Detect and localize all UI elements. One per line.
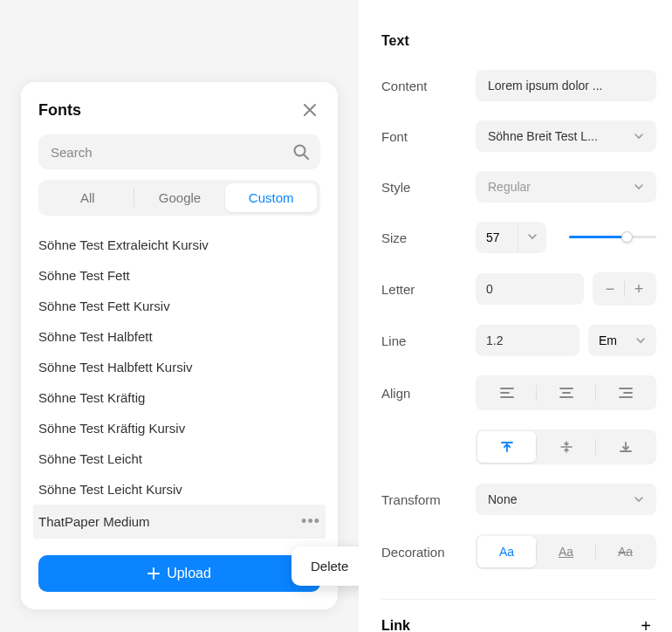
prop-valign bbox=[381, 429, 656, 464]
search-icon bbox=[292, 143, 310, 161]
font-item[interactable]: Söhne Test Kräftig Kursiv bbox=[33, 413, 326, 443]
font-item[interactable]: Söhne Test Leicht bbox=[33, 443, 326, 474]
decoration-strike-button[interactable]: Aa bbox=[596, 536, 655, 567]
valign-middle-icon bbox=[559, 441, 573, 453]
prop-decoration: Decoration Aa Aa Aa bbox=[381, 534, 656, 569]
font-name: Söhne Test Kräftig Kursiv bbox=[38, 421, 185, 436]
search-wrap bbox=[38, 134, 320, 169]
link-title: Link bbox=[381, 618, 410, 632]
tab-google[interactable]: Google bbox=[134, 183, 226, 212]
line-unit-select[interactable]: Em bbox=[588, 325, 656, 356]
font-name: Söhne Test Extraleicht Kursiv bbox=[38, 237, 209, 252]
decoration-none-button[interactable]: Aa bbox=[477, 536, 536, 567]
close-button[interactable] bbox=[299, 100, 320, 120]
line-unit: Em bbox=[599, 333, 617, 347]
font-item[interactable]: Söhne Test Halbfett Kursiv bbox=[33, 352, 326, 382]
line-label: Line bbox=[381, 333, 476, 348]
add-link-button[interactable]: + bbox=[635, 615, 656, 632]
search-input[interactable] bbox=[38, 134, 320, 169]
prop-font: Font Söhne Breit Test L... bbox=[381, 120, 656, 152]
decoration-group: Aa Aa Aa bbox=[476, 534, 656, 569]
font-item[interactable]: Söhne Test Leicht Kursiv bbox=[33, 474, 326, 505]
size-slider[interactable] bbox=[569, 236, 656, 239]
letter-label: Letter bbox=[381, 282, 476, 297]
chevron-down-icon bbox=[634, 182, 644, 192]
letter-input[interactable] bbox=[476, 273, 584, 305]
chevron-down-icon bbox=[634, 494, 644, 505]
plus-icon bbox=[147, 567, 160, 580]
align-left-button[interactable] bbox=[477, 377, 536, 409]
fonts-modal: Fonts All Google Custom Söhne Test Extra… bbox=[21, 82, 338, 609]
font-item[interactable]: Söhne Test Fett bbox=[33, 260, 326, 291]
font-name: Söhne Test Halbfett Kursiv bbox=[38, 360, 192, 374]
letter-stepper: − + bbox=[593, 272, 656, 306]
prop-letter: Letter − + bbox=[381, 272, 656, 306]
size-input[interactable] bbox=[476, 222, 518, 253]
context-menu[interactable]: Delete bbox=[291, 546, 367, 586]
transform-label: Transform bbox=[381, 492, 476, 507]
font-list[interactable]: Söhne Test Extraleicht Kursiv Söhne Test… bbox=[33, 230, 326, 543]
valign-top-button[interactable] bbox=[477, 431, 536, 463]
letter-plus[interactable]: + bbox=[625, 276, 653, 302]
decoration-label: Decoration bbox=[381, 545, 476, 560]
chevron-down-icon bbox=[527, 231, 538, 242]
prop-style: Style Regular bbox=[381, 171, 656, 203]
font-name: Söhne Test Kräftig bbox=[38, 390, 145, 405]
slider-thumb[interactable] bbox=[621, 231, 633, 243]
align-right-button[interactable] bbox=[596, 377, 655, 409]
content-field[interactable]: Lorem ipsum dolor ... bbox=[476, 70, 656, 101]
font-item[interactable]: Söhne Test Kräftig bbox=[33, 382, 326, 413]
font-name: Söhne Test Halbfett bbox=[38, 329, 153, 344]
line-input[interactable] bbox=[476, 325, 579, 356]
tab-all[interactable]: All bbox=[42, 183, 134, 212]
deco-strike-icon: Aa bbox=[618, 545, 633, 559]
font-select[interactable]: Söhne Breit Test L... bbox=[476, 120, 656, 152]
fonts-modal-title: Fonts bbox=[38, 101, 81, 120]
font-item[interactable]: Söhne Test Halbfett bbox=[33, 321, 326, 352]
text-section-title: Text bbox=[381, 33, 656, 49]
deco-underline-icon: Aa bbox=[559, 545, 573, 559]
font-item[interactable]: Söhne Test Extraleicht Kursiv bbox=[33, 230, 326, 260]
upload-button[interactable]: Upload bbox=[38, 555, 320, 592]
size-label: Size bbox=[381, 230, 476, 245]
font-name: Söhne Test Fett bbox=[38, 268, 130, 283]
style-value: Regular bbox=[488, 180, 531, 194]
font-more-button[interactable]: ••• bbox=[301, 512, 320, 531]
align-horizontal-group bbox=[476, 375, 656, 410]
font-tabs: All Google Custom bbox=[38, 180, 320, 216]
prop-transform: Transform None bbox=[381, 484, 656, 515]
valign-bottom-button[interactable] bbox=[596, 431, 655, 463]
transform-select[interactable]: None bbox=[476, 484, 656, 515]
upload-label: Upload bbox=[167, 566, 211, 581]
style-select[interactable]: Regular bbox=[476, 171, 656, 203]
font-name: Söhne Test Leicht bbox=[38, 451, 142, 466]
valign-bottom-icon bbox=[619, 441, 633, 453]
align-vertical-group bbox=[476, 429, 656, 464]
letter-minus[interactable]: − bbox=[596, 276, 624, 302]
deco-none-icon: Aa bbox=[499, 545, 514, 559]
valign-middle-button[interactable] bbox=[537, 431, 595, 463]
content-label: Content bbox=[381, 79, 476, 93]
font-item[interactable]: Söhne Test Fett Kursiv bbox=[33, 291, 326, 321]
decoration-underline-button[interactable]: Aa bbox=[537, 536, 595, 567]
content-value: Lorem ipsum dolor ... bbox=[488, 79, 603, 93]
chevron-down-icon bbox=[634, 131, 644, 141]
prop-align: Align bbox=[381, 375, 656, 410]
chevron-down-icon bbox=[635, 335, 646, 346]
fonts-modal-header: Fonts bbox=[38, 100, 320, 120]
font-item[interactable]: ThatPaper Medium ••• bbox=[33, 505, 326, 539]
align-label: Align bbox=[381, 386, 476, 401]
align-right-icon bbox=[619, 387, 633, 399]
text-properties-panel: Text Content Lorem ipsum dolor ... Font … bbox=[359, 0, 672, 632]
font-name: ThatPaper Medium bbox=[38, 514, 150, 529]
style-label: Style bbox=[381, 180, 476, 195]
link-section: Link + bbox=[381, 599, 656, 632]
tab-custom[interactable]: Custom bbox=[225, 183, 317, 212]
prop-content: Content Lorem ipsum dolor ... bbox=[381, 70, 656, 101]
align-center-icon bbox=[559, 387, 573, 399]
prop-size: Size bbox=[381, 222, 656, 253]
transform-value: None bbox=[488, 492, 517, 506]
size-dropdown[interactable] bbox=[518, 223, 546, 252]
font-label: Font bbox=[381, 129, 476, 144]
align-center-button[interactable] bbox=[537, 377, 595, 409]
